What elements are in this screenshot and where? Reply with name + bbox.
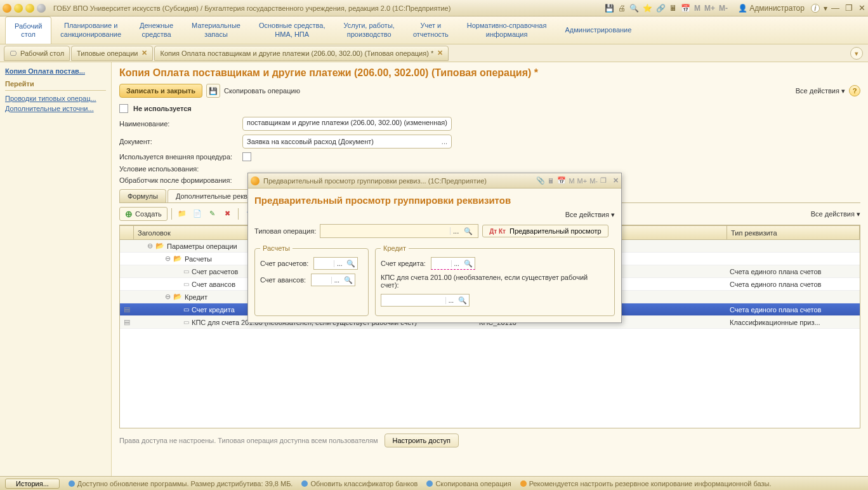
search-icon[interactable]: 🔍 [461,227,475,235]
calculator-icon[interactable]: 🖩 [548,177,555,185]
close-icon[interactable]: ✕ [141,49,147,57]
ellipsis-icon[interactable]: ... [445,297,456,304]
calculator-icon[interactable]: 🖩 [669,4,677,13]
mem-mplus[interactable]: M+ [577,177,588,185]
favorite-icon[interactable]: ⭐ [643,4,652,13]
nav-money[interactable]: Денежныесредства [131,17,183,44]
help-icon[interactable]: ? [849,85,860,96]
dtkt-icon: Дт Кт [489,228,506,235]
nav-disabled-icon [37,4,46,13]
tab-typical-ops[interactable]: Типовые операции ✕ [71,46,153,61]
all-actions-table[interactable]: Все действия ▾ [811,210,860,218]
ellipsis-icon[interactable]: ... [331,277,342,284]
nav-desktop[interactable]: Рабочийстол [5,17,51,44]
nav-accounting[interactable]: Учет иотчетность [404,17,458,44]
document-input[interactable]: Заявка на кассовый расход (Документ)... [242,135,452,149]
preview-dialog: Предварительный просмотр группировки рек… [247,173,622,323]
nav-admin[interactable]: Администрирование [556,17,641,44]
mem-m[interactable]: M [694,4,700,13]
calendar-icon[interactable]: 📅 [681,4,690,13]
expander-icon[interactable]: ⊖ [147,242,153,250]
not-used-checkbox[interactable] [119,104,128,113]
nav-planning[interactable]: Планирование исанкционирование [51,17,131,44]
subtab-formulas[interactable]: Формулы [119,189,166,202]
search-icon[interactable]: 🔍 [342,276,355,284]
minimize-button[interactable]: — [831,3,839,13]
setup-access-button[interactable]: Настроить доступ [385,434,459,447]
main-toolbar: Записать и закрыть 💾 Скопировать операци… [119,84,860,98]
all-actions-dropdown[interactable]: Все действия ▾ [796,87,845,95]
side-section-label: Перейти [5,80,106,88]
search-icon[interactable]: 🔍 [345,260,357,268]
create-button[interactable]: ⊕Создать [119,207,168,221]
info-icon [69,480,75,487]
mem-mminus[interactable]: M- [719,4,728,13]
nav-back-icon[interactable] [14,4,23,13]
title-bar: ГОБУ ВПО Университет искусств (Субсидия)… [0,0,868,17]
side-link-sources[interactable]: Дополнительные источни... [5,105,106,112]
link-icon[interactable]: 🔗 [656,4,666,13]
dialog-all-actions[interactable]: Все действия ▾ [565,211,615,218]
mem-m[interactable]: M [569,177,574,185]
copy-icon[interactable]: 📄 [191,208,204,220]
maximize-button[interactable]: ❐ [845,3,853,13]
calc-account-input[interactable]: ...🔍 [313,257,358,270]
ext-proc-checkbox[interactable] [242,152,251,161]
tabs-dropdown[interactable]: ▾ [850,47,863,60]
nav-fwd-icon[interactable] [25,4,34,13]
history-button[interactable]: История... [5,479,60,489]
not-used-label: Не используется [133,105,192,112]
ellipsis-icon[interactable]: ... [450,227,461,235]
ellipsis-icon[interactable]: ... [451,260,462,267]
folder-icon: 📂 [173,255,182,263]
status-copied[interactable]: Скопирована операция [426,480,511,487]
status-banks[interactable]: Обновить классификатор банков [301,480,418,487]
preview-icon[interactable]: 🔍 [629,4,639,13]
delete-icon[interactable]: ✖ [221,208,234,220]
status-update[interactable]: Доступно обновление программы. Размер ди… [69,480,293,487]
edit-icon[interactable]: ✎ [206,208,219,220]
save-close-button[interactable]: Записать и закрыть [119,84,202,98]
expander-icon[interactable]: ⊖ [164,293,171,301]
col-type[interactable]: Тип реквизита [727,226,860,239]
dialog-title-bar[interactable]: Предварительный просмотр группировки рек… [248,173,621,189]
save-icon[interactable]: 💾 [605,4,614,13]
kps-input[interactable]: ...🔍 [381,294,470,307]
nav-reference[interactable]: Нормативно-справочнаяинформация [458,17,556,44]
expander-icon[interactable]: ⊖ [164,255,171,263]
typical-op-input[interactable]: ... 🔍 [320,224,478,238]
name-input[interactable]: поставщикам и другие платежи (206.00, 30… [242,117,452,131]
ellipsis-icon[interactable]: ... [334,260,345,267]
restore-icon[interactable]: ❐ [600,176,607,185]
tab-desktop[interactable]: 🖵 Рабочий стол [4,46,70,61]
mem-mplus[interactable]: M+ [704,4,715,13]
nav-services[interactable]: Услуги, работы,производство [335,17,404,44]
close-icon[interactable]: ✕ [437,49,443,57]
advance-account-input[interactable]: ...🔍 [311,274,355,286]
preview-button[interactable]: Дт Кт Предварительный просмотр [482,225,608,237]
clip-icon[interactable]: 📎 [536,176,545,185]
credit-account-input[interactable]: ...🔍 [431,257,475,270]
app-icon[interactable] [3,4,11,13]
close-button[interactable]: ✕ [858,3,865,13]
search-icon[interactable]: 🔍 [456,296,469,305]
advance-account-label: Счет авансов: [260,276,306,284]
nav-materials[interactable]: Материальныезапасы [183,17,250,44]
ellipsis-icon[interactable]: ... [442,138,447,145]
subtab-additional[interactable]: Дополнительные рекв [168,189,256,202]
side-link-postings[interactable]: Проводки типовых операц... [5,95,106,102]
mem-mminus[interactable]: M- [589,177,598,185]
page-title: Копия Оплата поставщикам и другие платеж… [119,67,860,79]
status-backup[interactable]: Рекомендуется настроить резервное копиро… [520,480,772,487]
search-icon[interactable]: 🔍 [462,260,475,268]
nav-assets[interactable]: Основные средства,НМА, НПА [250,17,335,44]
save-icon-button[interactable]: 💾 [206,84,220,98]
side-current[interactable]: Копия Оплата постав... [5,67,106,75]
info-icon[interactable]: i [811,4,820,13]
add-folder-icon[interactable]: 📁 [176,208,188,220]
tab-copy-payment[interactable]: Копия Оплата поставщикам и другие платеж… [154,46,449,61]
print-icon[interactable]: 🖨 [618,4,626,13]
dialog-close-button[interactable]: ✕ [613,176,619,185]
calendar-icon[interactable]: 📅 [557,176,566,185]
copy-operation-link[interactable]: Скопировать операцию [224,87,300,95]
